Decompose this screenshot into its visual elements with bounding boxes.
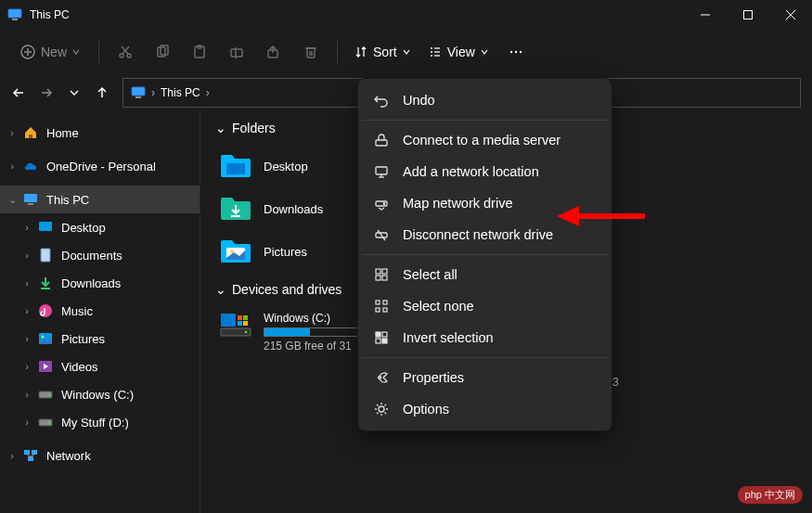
chevron-down-icon: ⌄ — [6, 194, 19, 206]
sort-button[interactable]: Sort — [347, 41, 418, 63]
cloud-icon — [22, 158, 39, 174]
svg-point-30 — [510, 51, 512, 53]
separator — [337, 41, 338, 63]
view-button[interactable]: View — [421, 41, 496, 63]
menu-label: Connect to a media server — [403, 133, 561, 147]
picture-icon — [37, 330, 54, 347]
svg-point-31 — [515, 51, 517, 53]
download-icon — [37, 275, 54, 291]
folder-icon — [219, 195, 252, 223]
sidebar-label: Videos — [61, 360, 98, 374]
network-icon — [22, 447, 39, 464]
svg-rect-81 — [376, 332, 380, 337]
gear-icon — [373, 401, 390, 417]
menu-label: Select none — [403, 299, 474, 314]
invert-selection-icon — [373, 329, 390, 346]
svg-rect-0 — [8, 9, 21, 18]
menu-item-invert-selection[interactable]: Invert selection — [358, 322, 612, 353]
svg-point-60 — [245, 331, 248, 334]
svg-rect-61 — [238, 315, 242, 320]
menu-label: Options — [403, 402, 449, 417]
titlebar: This PC — [0, 0, 812, 30]
sidebar-item-windows-c[interactable]: › Windows (C:) — [0, 380, 200, 408]
sidebar-item-onedrive[interactable]: › OneDrive - Personal — [0, 152, 200, 180]
menu-item-options[interactable]: Options — [358, 393, 612, 425]
svg-rect-78 — [383, 301, 387, 304]
minimize-button[interactable] — [684, 0, 727, 30]
sidebar-item-pictures[interactable]: › Pictures — [0, 325, 200, 353]
svg-marker-88 — [557, 206, 579, 226]
menu-item-select-all[interactable]: Select all — [358, 259, 612, 290]
chevron-right-icon: › — [20, 389, 33, 400]
menu-item-connect-media[interactable]: Connect to a media server — [358, 124, 612, 156]
svg-line-72 — [378, 230, 385, 240]
menu-label: Map network drive — [403, 196, 512, 211]
svg-rect-36 — [24, 194, 37, 202]
rename-icon[interactable] — [220, 35, 253, 69]
svg-rect-64 — [243, 321, 248, 326]
drive-icon — [219, 312, 252, 338]
forward-button[interactable] — [39, 86, 54, 99]
paste-icon[interactable] — [183, 35, 216, 69]
breadcrumb-location[interactable]: This PC — [161, 86, 200, 99]
separator — [362, 120, 608, 121]
menu-item-add-network-location[interactable]: Add a network location — [358, 156, 612, 187]
back-button[interactable] — [11, 86, 26, 99]
share-icon[interactable] — [257, 35, 290, 69]
close-button[interactable] — [769, 0, 812, 30]
svg-point-32 — [520, 51, 522, 53]
recent-button[interactable] — [67, 88, 82, 97]
maximize-button[interactable] — [727, 0, 769, 30]
svg-rect-79 — [376, 308, 380, 312]
select-none-icon — [373, 298, 390, 314]
svg-line-12 — [122, 46, 128, 54]
svg-line-11 — [122, 46, 129, 54]
menu-item-undo[interactable]: Undo — [358, 84, 612, 116]
svg-rect-75 — [376, 276, 380, 280]
pc-icon — [7, 7, 22, 22]
sidebar-label: My Stuff (D:) — [61, 416, 129, 430]
sidebar-item-network[interactable]: › Network — [0, 442, 200, 469]
sidebar-item-documents[interactable]: › Documents — [0, 241, 200, 269]
sidebar-label: Downloads — [61, 276, 121, 290]
svg-point-57 — [230, 250, 234, 253]
document-icon — [37, 247, 54, 263]
sidebar-item-mystuff-d[interactable]: › My Stuff (D:) — [0, 408, 200, 436]
folder-icon — [219, 237, 252, 265]
sidebar-item-downloads[interactable]: › Downloads — [0, 269, 200, 297]
menu-label: Disconnect network drive — [403, 227, 553, 242]
properties-icon — [373, 369, 390, 386]
chevron-right-icon: › — [20, 250, 33, 261]
cut-icon[interactable] — [109, 35, 142, 69]
delete-icon[interactable] — [294, 35, 328, 69]
new-button[interactable]: New — [11, 39, 89, 65]
folder-label: Downloads — [264, 202, 323, 216]
up-button[interactable] — [95, 86, 110, 99]
sidebar-item-home[interactable]: › Home — [0, 119, 200, 147]
svg-rect-84 — [382, 339, 387, 343]
copy-icon[interactable] — [146, 35, 179, 69]
svg-rect-3 — [744, 11, 753, 19]
menu-item-select-none[interactable]: Select none — [358, 290, 612, 322]
window-controls — [684, 0, 812, 30]
svg-rect-65 — [376, 140, 387, 146]
sort-label: Sort — [373, 45, 397, 59]
chevron-right-icon: › — [20, 361, 33, 372]
sidebar-item-music[interactable]: › Music — [0, 297, 200, 325]
sidebar-item-desktop[interactable]: › Desktop — [0, 213, 200, 241]
sidebar-item-thispc[interactable]: ⌄ This PC — [0, 186, 200, 213]
menu-item-properties[interactable]: Properties — [358, 362, 612, 393]
sidebar-item-videos[interactable]: › Videos — [0, 353, 200, 380]
video-icon — [37, 358, 54, 375]
more-button[interactable] — [499, 35, 533, 69]
menu-label: Select all — [403, 267, 458, 282]
svg-point-46 — [48, 394, 50, 396]
chevron-right-icon: › — [151, 86, 155, 99]
svg-rect-38 — [39, 222, 52, 231]
chevron-right-icon: › — [206, 86, 210, 99]
svg-rect-1 — [12, 19, 18, 20]
svg-rect-80 — [383, 308, 387, 312]
svg-rect-74 — [382, 269, 387, 274]
view-label: View — [447, 45, 475, 59]
svg-rect-20 — [307, 48, 315, 58]
